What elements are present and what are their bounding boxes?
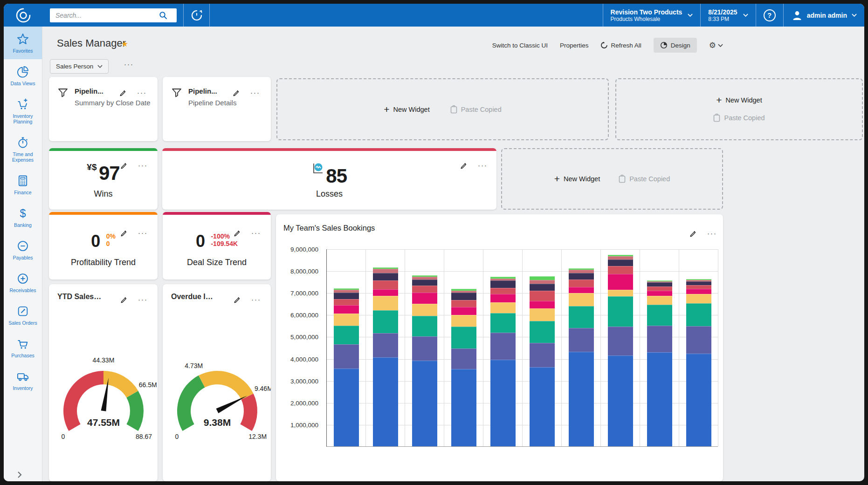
paste-copied-button[interactable]: Paste Copied	[450, 105, 502, 114]
segment-rose[interactable]	[412, 286, 437, 293]
segment-teal[interactable]	[412, 316, 437, 337]
widget-menu-button[interactable]: ···	[137, 90, 147, 95]
stacked-bar[interactable]	[647, 249, 672, 446]
segment-teal[interactable]	[686, 303, 711, 326]
segment-navy[interactable]	[334, 293, 359, 299]
sidebar-item-banking[interactable]: $ Banking	[4, 201, 42, 233]
segment-navy[interactable]	[569, 273, 594, 280]
segment-lightrose[interactable]	[686, 280, 711, 281]
segment-lightrose[interactable]	[334, 290, 359, 293]
segment-blue[interactable]	[647, 352, 672, 446]
segment-rose[interactable]	[647, 287, 672, 291]
segment-rose[interactable]	[608, 266, 633, 274]
segment-teal[interactable]	[490, 313, 516, 333]
refresh-all-button[interactable]: Refresh All	[600, 41, 641, 49]
segment-rose[interactable]	[451, 300, 476, 307]
edit-pencil-icon[interactable]	[120, 161, 128, 169]
segment-green[interactable]	[490, 277, 516, 278]
segment-rose[interactable]	[334, 299, 359, 305]
stacked-bar[interactable]	[608, 249, 633, 446]
segment-blue[interactable]	[490, 360, 516, 446]
search-icon[interactable]	[159, 11, 167, 20]
edit-pencil-icon[interactable]	[233, 229, 241, 237]
segment-green[interactable]	[569, 268, 594, 270]
edit-pencil-icon[interactable]	[233, 295, 241, 303]
segment-blue[interactable]	[334, 369, 359, 446]
segment-lightrose[interactable]	[569, 270, 594, 273]
time-machine-button[interactable]	[183, 4, 210, 27]
segment-purple[interactable]	[373, 333, 398, 357]
segment-lightrose[interactable]	[530, 280, 555, 284]
sidebar-item-data-views[interactable]: Data Views	[4, 59, 42, 92]
segment-lightrose[interactable]	[373, 269, 398, 273]
segment-navy[interactable]	[451, 293, 476, 300]
edit-pencil-icon[interactable]	[119, 89, 127, 96]
widget-menu-button[interactable]: ···	[250, 90, 260, 95]
sidebar-item-inventory-planning[interactable]: Inventory Planning	[4, 92, 42, 130]
segment-purple[interactable]	[530, 343, 555, 368]
segment-lightrose[interactable]	[647, 281, 672, 282]
segment-magenta[interactable]	[451, 307, 476, 315]
stacked-bar[interactable]	[412, 249, 437, 446]
segment-navy[interactable]	[608, 260, 633, 266]
segment-teal[interactable]	[530, 321, 555, 343]
segment-blue[interactable]	[451, 369, 476, 446]
settings-menu[interactable]: ⚙	[709, 41, 723, 50]
segment-blue[interactable]	[608, 355, 633, 446]
search-input[interactable]	[50, 12, 159, 19]
segment-teal[interactable]	[647, 305, 672, 326]
segment-purple[interactable]	[490, 333, 516, 359]
segment-green[interactable]	[530, 276, 555, 280]
stacked-bar[interactable]	[451, 249, 476, 446]
segment-green[interactable]	[334, 288, 359, 290]
segment-blue[interactable]	[530, 367, 555, 446]
segment-rose[interactable]	[569, 280, 594, 287]
widget-menu-button[interactable]: ···	[251, 297, 261, 302]
segment-navy[interactable]	[373, 273, 398, 280]
segment-amber[interactable]	[412, 304, 437, 316]
segment-blue[interactable]	[412, 361, 437, 446]
segment-purple[interactable]	[569, 328, 594, 352]
user-menu[interactable]: admin admin	[783, 4, 864, 27]
segment-magenta[interactable]	[490, 294, 516, 303]
segment-navy[interactable]	[490, 280, 516, 288]
segment-purple[interactable]	[412, 336, 437, 361]
edit-pencil-icon[interactable]	[120, 295, 128, 303]
edit-pencil-icon[interactable]	[120, 229, 128, 237]
segment-magenta[interactable]	[412, 293, 437, 304]
design-button[interactable]: Design	[654, 38, 697, 53]
segment-navy[interactable]	[686, 281, 711, 285]
widget-menu-button[interactable]: ···	[707, 231, 717, 236]
segment-amber[interactable]	[530, 308, 555, 321]
segment-purple[interactable]	[334, 344, 359, 369]
stacked-bar[interactable]	[334, 249, 359, 446]
business-date-selector[interactable]: 8/21/2025 8:33 PM	[700, 4, 755, 27]
widget-menu-button[interactable]: ···	[251, 231, 261, 235]
edit-pencil-icon[interactable]	[460, 161, 468, 169]
segment-rose[interactable]	[686, 285, 711, 289]
segment-green[interactable]	[647, 280, 672, 281]
help-button[interactable]: ?	[756, 4, 783, 27]
segment-amber[interactable]	[647, 296, 672, 305]
segment-amber[interactable]	[608, 290, 633, 296]
segment-lightrose[interactable]	[490, 279, 516, 281]
app-logo[interactable]	[4, 4, 42, 27]
sidebar-item-payables[interactable]: Payables	[4, 233, 42, 266]
segment-magenta[interactable]	[334, 305, 359, 314]
segment-amber[interactable]	[490, 302, 516, 313]
widget-menu-button[interactable]: ···	[478, 163, 488, 168]
segment-magenta[interactable]	[608, 274, 633, 290]
segment-lightrose[interactable]	[412, 277, 437, 280]
segment-blue[interactable]	[686, 354, 711, 446]
filter-more-button[interactable]: ···	[124, 60, 134, 68]
segment-amber[interactable]	[686, 294, 711, 303]
segment-green[interactable]	[686, 279, 711, 280]
segment-blue[interactable]	[373, 357, 398, 446]
segment-magenta[interactable]	[373, 289, 398, 296]
stacked-bar[interactable]	[686, 249, 711, 446]
segment-teal[interactable]	[334, 326, 359, 344]
segment-teal[interactable]	[373, 310, 398, 333]
segment-amber[interactable]	[451, 315, 476, 327]
sidebar-item-finance[interactable]: Finance	[4, 168, 42, 201]
segment-teal[interactable]	[569, 306, 594, 328]
